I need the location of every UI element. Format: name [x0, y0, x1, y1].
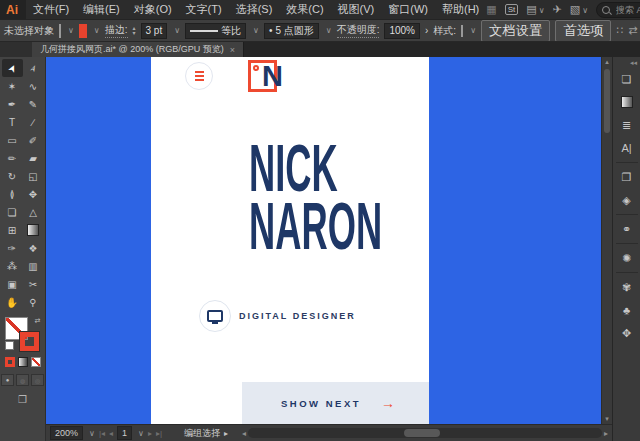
- next-artboard-icon[interactable]: ▸: [148, 429, 152, 438]
- menu-item-7[interactable]: 窗口(W): [381, 0, 435, 19]
- lasso-tool[interactable]: ∿: [23, 77, 44, 95]
- stroke-weight-chevron-icon[interactable]: ∨: [174, 26, 180, 35]
- artboard-number-field[interactable]: 1: [117, 426, 132, 440]
- align-panel-icon[interactable]: ≣: [615, 114, 639, 136]
- eyedropper-tool[interactable]: ✑: [2, 239, 23, 257]
- zoom-chevron-icon[interactable]: ∨: [89, 429, 95, 438]
- scroll-up-icon[interactable]: ▴: [605, 58, 609, 66]
- horizontal-scroll-thumb[interactable]: [404, 429, 440, 437]
- adobe-stock-icon[interactable]: St: [505, 4, 519, 15]
- opacity-field[interactable]: 100%: [384, 23, 420, 39]
- gradient-tool[interactable]: [23, 221, 44, 239]
- shape-builder-tool[interactable]: ❏: [2, 203, 23, 221]
- workspace-switcher[interactable]: ▧∨: [570, 4, 588, 15]
- transparency-panel-icon[interactable]: ❐: [615, 166, 639, 188]
- style-swatch[interactable]: [461, 25, 463, 37]
- paintbrush-tool[interactable]: ✐: [23, 131, 44, 149]
- horizontal-scroll-track[interactable]: [248, 428, 602, 438]
- style-chevron-icon[interactable]: ∨: [470, 26, 476, 35]
- draw-normal-icon[interactable]: ●: [1, 374, 14, 386]
- scroll-left-icon[interactable]: ◂: [242, 429, 246, 438]
- stock-search[interactable]: [596, 2, 640, 18]
- tab-close-icon[interactable]: ×: [230, 45, 235, 55]
- menu-item-8[interactable]: 帮助(H): [435, 0, 486, 19]
- preferences-button[interactable]: 首选项: [555, 20, 611, 42]
- pencil-tool[interactable]: ✏: [2, 149, 23, 167]
- fill-swatch[interactable]: [59, 24, 61, 38]
- brushes-panel-icon[interactable]: ✾: [615, 276, 639, 298]
- search-input[interactable]: [614, 4, 640, 16]
- free-transform-tool[interactable]: ✥: [23, 185, 44, 203]
- curvature-tool[interactable]: ✎: [23, 95, 44, 113]
- brush-dropdown[interactable]: •5 点圆形: [264, 23, 319, 39]
- direct-selection-tool[interactable]: ➢: [23, 59, 44, 77]
- graphic-styles-panel-icon[interactable]: ✥: [615, 322, 639, 344]
- artboard-canvas[interactable]: N NICK NARON DIGITAL DESIGNER ← SHOW NEX…: [46, 57, 612, 424]
- menu-item-6[interactable]: 视图(V): [331, 0, 382, 19]
- color-button[interactable]: [5, 357, 15, 367]
- horizontal-scrollbar[interactable]: ◂ ▸: [242, 428, 608, 438]
- scroll-right-icon[interactable]: ▸: [604, 429, 608, 438]
- dock-expand-icon[interactable]: ◂◂: [630, 59, 640, 67]
- stroke-chevron-icon[interactable]: ∨: [94, 26, 100, 35]
- hand-tool[interactable]: ✋: [2, 293, 23, 311]
- menu-item-4[interactable]: 选择(S): [229, 0, 280, 19]
- character-panel-icon[interactable]: A|: [615, 137, 639, 159]
- document-tab[interactable]: 几何拼接风网页.ai* @ 200% (RGB/GPU 预览) ×: [32, 42, 244, 57]
- artboards-panel-icon[interactable]: ❏: [615, 68, 639, 90]
- menu-item-2[interactable]: 对象(O): [127, 0, 179, 19]
- scroll-down-icon[interactable]: ▾: [605, 415, 609, 423]
- layers-panel-icon[interactable]: ◈: [615, 189, 639, 211]
- stroke-stepper[interactable]: ▴▾: [133, 26, 136, 36]
- menu-item-1[interactable]: 编辑(E): [76, 0, 127, 19]
- symbols-panel-icon[interactable]: ♣: [615, 299, 639, 321]
- vertical-scrollbar[interactable]: ▴ ▾: [601, 57, 612, 424]
- draw-behind-icon[interactable]: ◍: [16, 374, 29, 386]
- none-button[interactable]: [31, 357, 41, 367]
- mesh-tool[interactable]: ⊞: [2, 221, 23, 239]
- menu-item-3[interactable]: 文字(T): [179, 0, 229, 19]
- type-tool[interactable]: T: [2, 113, 23, 131]
- align-options-icon[interactable]: ⇄: [628, 24, 637, 37]
- status-expand-icon[interactable]: ▸: [224, 429, 228, 438]
- opacity-label[interactable]: 不透明度:: [337, 23, 380, 38]
- magic-wand-tool[interactable]: ✶: [2, 77, 23, 95]
- share-icon[interactable]: ✈: [553, 4, 562, 15]
- opacity-more-icon[interactable]: ›: [425, 25, 428, 36]
- zoom-level-field[interactable]: 200%: [50, 426, 83, 440]
- stroke-swatch[interactable]: [79, 24, 87, 38]
- stroke-label[interactable]: 描边:: [105, 23, 128, 38]
- gradient-panel-icon[interactable]: [615, 91, 639, 113]
- last-artboard-icon[interactable]: ▸|: [156, 429, 162, 438]
- slice-tool[interactable]: ✂: [23, 275, 44, 293]
- blend-tool[interactable]: ❖: [23, 239, 44, 257]
- fill-chevron-icon[interactable]: ∨: [68, 26, 74, 35]
- column-graph-tool[interactable]: ▥: [23, 257, 44, 275]
- appearance-panel-icon[interactable]: ✺: [615, 247, 639, 269]
- eraser-tool[interactable]: ▰: [23, 149, 44, 167]
- selection-tool[interactable]: ➤: [2, 59, 23, 77]
- rectangle-tool[interactable]: ▭: [2, 131, 23, 149]
- stroke-weight-field[interactable]: 3 pt: [141, 23, 168, 39]
- draw-inside-icon[interactable]: ◎: [31, 374, 44, 386]
- swap-fill-stroke-icon[interactable]: ⇄: [35, 317, 41, 325]
- symbol-sprayer-tool[interactable]: ⁂: [2, 257, 23, 275]
- artboard-tool[interactable]: ▣: [2, 275, 23, 293]
- rotate-tool[interactable]: ↻: [2, 167, 23, 185]
- brush-chevron-icon[interactable]: ∨: [326, 26, 332, 35]
- profile-chevron-icon[interactable]: ∨: [253, 26, 259, 35]
- pen-tool[interactable]: ✒: [2, 95, 23, 113]
- color-guide-panel-icon[interactable]: ⚭: [615, 218, 639, 240]
- arrange-documents-icon[interactable]: ▤∨: [526, 4, 544, 15]
- menu-item-0[interactable]: 文件(F): [26, 0, 76, 19]
- stepper-down-icon[interactable]: ▾: [133, 31, 136, 36]
- line-segment-tool[interactable]: ∕: [23, 113, 44, 131]
- perspective-grid-tool[interactable]: △: [23, 203, 44, 221]
- first-artboard-icon[interactable]: |◂: [99, 429, 105, 438]
- default-fill-stroke-icon[interactable]: [5, 341, 14, 350]
- width-tool[interactable]: ≬: [2, 185, 23, 203]
- vertical-scroll-thumb[interactable]: [604, 69, 610, 133]
- scale-tool[interactable]: ◱: [23, 167, 44, 185]
- stroke-color-well[interactable]: [20, 332, 39, 351]
- transform-options-icon[interactable]: ∷: [616, 24, 623, 37]
